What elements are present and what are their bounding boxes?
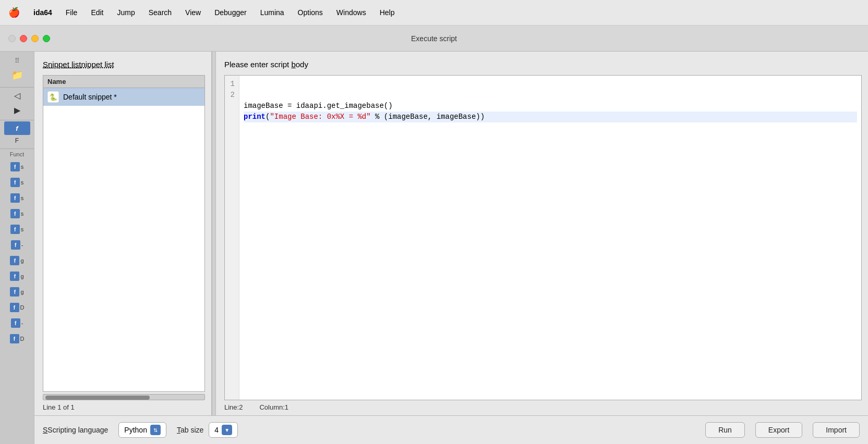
func-label-11: - — [21, 320, 23, 326]
func-label-7: g — [20, 257, 23, 264]
func-label-12: D — [20, 336, 25, 342]
tab-size-selector[interactable]: 4 ▼ — [209, 422, 238, 438]
snippet-item-name: Default snippet * — [63, 93, 117, 101]
sidebar-folder-icon[interactable]: 📁 — [4, 68, 30, 82]
language-value: Python — [124, 426, 147, 434]
editor-column-status: Column:1 — [259, 403, 288, 411]
func-badge-6: f — [11, 240, 20, 250]
menu-search[interactable]: Search — [147, 7, 174, 18]
editor-panel: Please enter script body 1 2 imageBase =… — [216, 52, 868, 415]
dialog-body: Snippet listnippet list Name 🐍 Default s… — [34, 52, 868, 415]
export-button[interactable]: Export — [755, 422, 802, 438]
sidebar-functions-label: F — [13, 136, 21, 145]
func-badge-3: f — [10, 193, 20, 203]
menubar: 🍎 ida64 File Edit Jump Search View Debug… — [0, 0, 868, 26]
func-item-4[interactable]: f s — [8, 206, 26, 221]
editor-line-status: Line:2 — [224, 403, 243, 411]
tab-size-control: Tab size 4 ▼ — [177, 422, 238, 438]
sidebar-left-arrow[interactable]: ◁ — [4, 89, 30, 102]
tab-size-label: Tab size — [177, 426, 203, 434]
code-line-1: imageBase = idaapi.get_imagebase() — [244, 101, 857, 112]
func-item-6[interactable]: f - — [9, 238, 26, 252]
func-badge-12: f — [10, 334, 19, 343]
func-badge-10: f — [10, 303, 19, 312]
python-icon: 🐍 — [47, 91, 59, 103]
func-item-11[interactable]: f - — [9, 316, 26, 330]
func-badge-8: f — [10, 272, 19, 281]
language-arrows-icon: ⇅ — [150, 425, 161, 435]
func-item-1[interactable]: f s — [8, 159, 26, 174]
import-button[interactable]: Import — [813, 422, 860, 438]
func-label-6: - — [21, 242, 23, 248]
run-button[interactable]: Run — [705, 422, 745, 438]
func-item-2[interactable]: f s — [8, 175, 26, 190]
func-label-4: s — [21, 211, 24, 217]
func-label-1: s — [21, 164, 24, 170]
apple-menu[interactable]: 🍎 — [8, 7, 20, 18]
snippet-scrollbar-thumb — [45, 396, 150, 400]
func-badge-4: f — [10, 209, 20, 218]
wc-close[interactable] — [20, 35, 27, 42]
snippet-list-body[interactable]: 🐍 Default snippet * — [43, 88, 205, 392]
code-content[interactable]: imageBase = idaapi.get_imagebase()print(… — [239, 76, 861, 400]
menu-options[interactable]: Options — [296, 7, 325, 18]
editor-title: Please enter script body — [224, 60, 862, 69]
menu-windows[interactable]: Windows — [334, 7, 368, 18]
tab-size-arrow-icon: ▼ — [222, 425, 232, 435]
titlebar: Execute script — [0, 26, 868, 52]
menu-view[interactable]: View — [183, 7, 203, 18]
line-num-2: 2 — [229, 90, 235, 101]
func-label-3: s — [21, 195, 24, 201]
func-label-8: g — [20, 273, 23, 279]
snippet-scrollbar[interactable] — [43, 394, 205, 400]
sidebar-funcs-header: Funct — [9, 150, 26, 158]
snippet-status: Line 1 of 1 — [43, 400, 205, 411]
dialog-area: Snippet listnippet list Name 🐍 Default s… — [34, 52, 868, 444]
wc-minimize[interactable] — [31, 35, 39, 42]
menu-help[interactable]: Help — [378, 7, 397, 18]
snippet-panel-title: Snippet listnippet list — [43, 60, 205, 69]
func-label-9: g — [20, 289, 23, 295]
snippet-panel: Snippet listnippet list Name 🐍 Default s… — [34, 52, 212, 415]
sidebar-right-arrow[interactable]: ▶ — [4, 103, 30, 117]
func-item-7[interactable]: f g — [8, 253, 26, 268]
panel-splitter[interactable] — [212, 52, 216, 415]
func-badge-9: f — [10, 287, 19, 297]
sidebar-drag-handle: ⠿ — [4, 54, 30, 67]
svg-text:🐍: 🐍 — [49, 93, 58, 102]
menu-edit[interactable]: Edit — [89, 7, 105, 18]
func-badge-2: f — [10, 178, 20, 187]
func-badge-7: f — [10, 256, 19, 265]
menu-appname[interactable]: ida64 — [31, 7, 54, 18]
line-num-1: 1 — [229, 79, 235, 90]
code-editor[interactable]: 1 2 imageBase = idaapi.get_imagebase()pr… — [224, 75, 862, 400]
func-item-8[interactable]: f g — [8, 269, 26, 283]
line-numbers: 1 2 — [225, 76, 239, 400]
snippet-item-default[interactable]: 🐍 Default snippet * — [43, 88, 204, 106]
language-selector[interactable]: Python ⇅ — [118, 422, 166, 438]
bottom-controls: SScripting language Python ⇅ Tab size 4 … — [34, 415, 868, 444]
window-title: Execute script — [411, 34, 457, 43]
left-sidebar: ⠿ 📁 ◁ ▶ f F Funct f s f s f s f s f s f … — [0, 52, 34, 444]
wc-maximize[interactable] — [43, 35, 50, 42]
func-badge-11: f — [11, 318, 20, 328]
func-label-5: s — [21, 226, 24, 232]
menu-jump[interactable]: Jump — [115, 7, 137, 18]
tab-size-value: 4 — [214, 426, 219, 434]
func-item-3[interactable]: f s — [8, 191, 26, 205]
func-label-10: D — [20, 304, 25, 311]
func-item-10[interactable]: f D — [8, 300, 27, 315]
editor-status: Line:2 Column:1 — [224, 400, 862, 411]
window-controls — [8, 35, 50, 42]
func-badge-1: f — [10, 162, 20, 171]
func-item-5[interactable]: f s — [8, 222, 26, 237]
func-badge-5: f — [10, 225, 20, 234]
func-label-2: s — [21, 179, 24, 186]
menu-file[interactable]: File — [64, 7, 80, 18]
wc-inactive — [8, 35, 16, 42]
func-item-9[interactable]: f g — [8, 285, 26, 299]
func-item-12[interactable]: f D — [8, 331, 27, 346]
sidebar-functions-icon[interactable]: f — [4, 121, 30, 135]
menu-lumina[interactable]: Lumina — [258, 7, 286, 18]
menu-debugger[interactable]: Debugger — [212, 7, 249, 18]
